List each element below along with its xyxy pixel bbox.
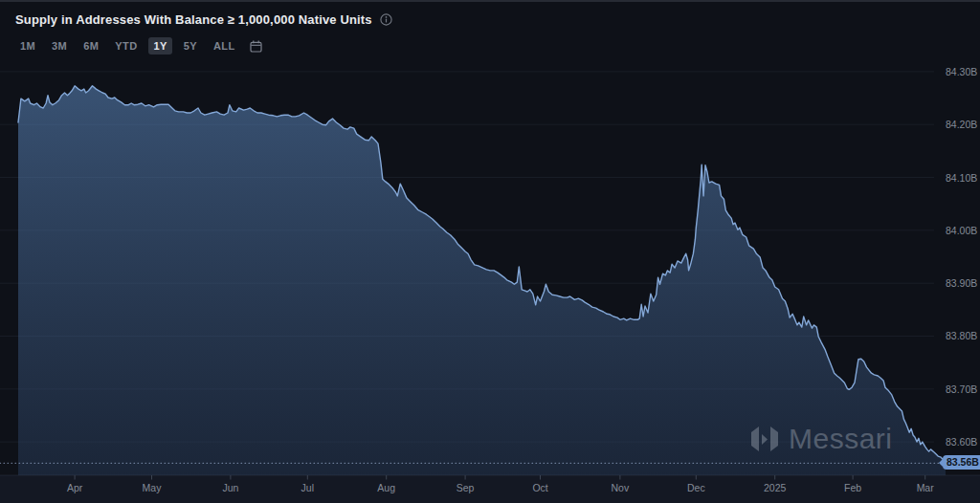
area-fill xyxy=(18,86,946,475)
y-axis-label: 83.90B xyxy=(946,277,977,289)
info-icon[interactable] xyxy=(380,13,392,26)
current-value-badge: 83.56B xyxy=(943,455,980,470)
y-axis-label: 83.80B xyxy=(946,330,977,341)
supply-area-chart[interactable] xyxy=(0,0,980,503)
x-axis-label: Nov xyxy=(612,482,630,493)
y-axis-label: 84.30B xyxy=(946,66,977,77)
y-axis-label: 84.00B xyxy=(946,225,977,236)
x-axis-label: Feb xyxy=(844,482,861,493)
range-button-ytd[interactable]: YTD xyxy=(110,37,142,55)
x-axis-label: May xyxy=(143,482,162,493)
x-axis-label: Oct xyxy=(532,482,547,493)
page-title: Supply in Addresses With Balance ≥ 1,000… xyxy=(15,12,372,27)
x-axis-label: Mar xyxy=(917,482,934,493)
chart-header: Supply in Addresses With Balance ≥ 1,000… xyxy=(15,12,392,27)
y-axis-label: 83.70B xyxy=(946,383,977,395)
x-axis-label: Jun xyxy=(222,482,238,493)
range-button-1m[interactable]: 1M xyxy=(15,37,40,55)
calendar-icon[interactable] xyxy=(250,40,262,53)
range-button-6m[interactable]: 6M xyxy=(78,37,103,55)
x-axis-label: Apr xyxy=(67,482,82,493)
range-button-5y[interactable]: 5Y xyxy=(179,37,202,55)
x-axis-label: Jul xyxy=(301,482,314,493)
range-toolbar: 1M3M6MYTD1Y5YALL xyxy=(15,37,262,55)
range-button-all[interactable]: ALL xyxy=(209,37,240,55)
range-button-3m[interactable]: 3M xyxy=(47,37,72,55)
x-axis-label: Dec xyxy=(687,482,705,493)
y-axis-label: 84.10B xyxy=(946,172,977,184)
x-axis-label: Sep xyxy=(457,482,475,493)
range-button-1y[interactable]: 1Y xyxy=(148,37,171,55)
y-axis-label: 84.20B xyxy=(946,119,977,130)
x-axis-label: 2025 xyxy=(764,482,786,493)
y-axis-label: 83.60B xyxy=(946,436,977,448)
chart-panel: Supply in Addresses With Balance ≥ 1,000… xyxy=(0,0,980,503)
x-axis-label: Aug xyxy=(377,482,395,493)
